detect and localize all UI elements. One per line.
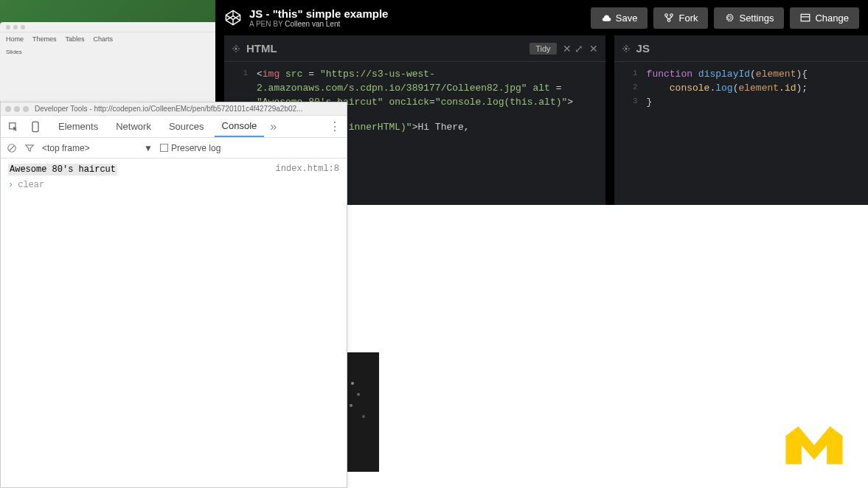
checkbox-icon <box>160 144 168 152</box>
michigan-logo-icon <box>781 423 847 467</box>
console-log-message: Awesome 80's haircut <box>8 164 117 175</box>
devtools-window: Developer Tools - http://codepen.io/Coll… <box>0 102 347 488</box>
save-button[interactable]: Save <box>591 7 648 29</box>
filter-icon[interactable] <box>24 143 35 153</box>
chevron-down-icon: ▼ <box>144 143 153 153</box>
codepen-header: JS - "this" simple example A PEN BY Coll… <box>215 0 868 35</box>
expand-icon[interactable]: ⤢ <box>574 43 583 55</box>
console-log-source[interactable]: index.html:8 <box>276 164 339 175</box>
kebab-menu-icon[interactable]: ⋮ <box>329 119 341 133</box>
bg-slides-label: Slides <box>6 49 22 55</box>
close-icon[interactable]: ✕ <box>589 43 598 55</box>
inspect-element-icon[interactable] <box>7 120 20 133</box>
js-panel: JS 1function displayId(element){ 2 conso… <box>605 35 868 205</box>
change-view-button[interactable]: Change <box>790 7 859 29</box>
fork-label: Fork <box>678 13 698 24</box>
header-actions: Save Fork Settings Change <box>591 7 859 29</box>
devtools-tabs: Elements Network Sources Console » ⋮ <box>1 116 347 138</box>
svg-rect-3 <box>802 14 810 21</box>
devtools-titlebar: Developer Tools - http://codepen.io/Coll… <box>1 102 347 116</box>
gear-icon[interactable] <box>232 44 240 53</box>
html-panel-title: HTML <box>246 42 530 55</box>
settings-button[interactable]: Settings <box>714 7 784 29</box>
frame-label: <top frame> <box>42 143 90 153</box>
console-prompt[interactable]: › clear <box>8 178 339 192</box>
tab-elements[interactable]: Elements <box>51 116 105 136</box>
settings-label: Settings <box>739 13 774 24</box>
fork-button[interactable]: Fork <box>653 7 708 29</box>
js-panel-header: JS <box>614 35 868 62</box>
cloud-icon <box>601 13 611 22</box>
pen-byline-prefix: A PEN BY <box>249 20 282 28</box>
background-app-window: Home Themes Tables Charts Slides <box>0 22 218 103</box>
gear-icon[interactable] <box>622 44 631 53</box>
bg-tab-home: Home <box>6 35 24 43</box>
preserve-log-checkbox[interactable]: Preserve log <box>160 143 221 153</box>
tidy-button[interactable]: Tidy <box>530 43 556 55</box>
js-panel-title: JS <box>636 42 861 55</box>
pen-subtitle: A PEN BY Colleen van Lent <box>249 20 591 28</box>
bg-tab-charts: Charts <box>94 35 114 43</box>
svg-point-6 <box>625 47 627 49</box>
change-label: Change <box>815 13 849 24</box>
minimize-dot-icon[interactable] <box>14 106 20 112</box>
codepen-logo-icon <box>224 9 242 27</box>
devtools-title-prefix: Developer Tools - <box>35 105 92 113</box>
pen-info: JS - "this" simple example A PEN BY Coll… <box>249 7 591 28</box>
fork-icon <box>664 13 674 23</box>
frame-selector[interactable]: <top frame> ▼ <box>42 143 153 153</box>
window-controls[interactable] <box>5 106 29 112</box>
close-icon[interactable]: ✕ <box>563 43 572 55</box>
gear-icon <box>724 13 735 23</box>
zoom-dot-icon[interactable] <box>23 106 29 112</box>
prompt-caret-icon: › <box>8 180 13 190</box>
bg-tab-tables: Tables <box>66 35 85 43</box>
pen-title: JS - "this" simple example <box>249 7 591 20</box>
save-label: Save <box>616 13 638 24</box>
js-code-editor[interactable]: 1function displayId(element){ 2 console.… <box>614 62 868 205</box>
console-output[interactable]: Awesome 80's haircut index.html:8 › clea… <box>1 158 347 195</box>
device-mode-icon[interactable] <box>29 120 42 133</box>
svg-line-10 <box>10 145 15 150</box>
svg-point-5 <box>235 47 237 49</box>
clear-console-icon[interactable] <box>7 143 17 153</box>
svg-rect-8 <box>32 122 38 131</box>
preserve-log-label: Preserve log <box>171 143 221 153</box>
tab-network[interactable]: Network <box>108 116 159 136</box>
tab-console[interactable]: Console <box>215 116 265 137</box>
tab-sources[interactable]: Sources <box>162 116 212 136</box>
close-dot-icon[interactable] <box>5 106 11 112</box>
bg-tab-themes: Themes <box>32 35 57 43</box>
prompt-text: clear <box>18 180 44 190</box>
pen-author[interactable]: Colleen van Lent <box>285 20 340 28</box>
layout-icon <box>800 13 810 22</box>
console-log-row: Awesome 80's haircut index.html:8 <box>8 161 339 178</box>
console-filter-bar: <top frame> ▼ Preserve log <box>1 138 347 158</box>
devtools-url: http://codepen.io/ColleenEMc/pen/bfb5720… <box>94 105 342 113</box>
more-tabs-icon[interactable]: » <box>270 120 277 133</box>
preview-image[interactable] <box>347 352 379 472</box>
html-panel-header: HTML Tidy ✕ ⤢ ✕ <box>224 35 605 62</box>
